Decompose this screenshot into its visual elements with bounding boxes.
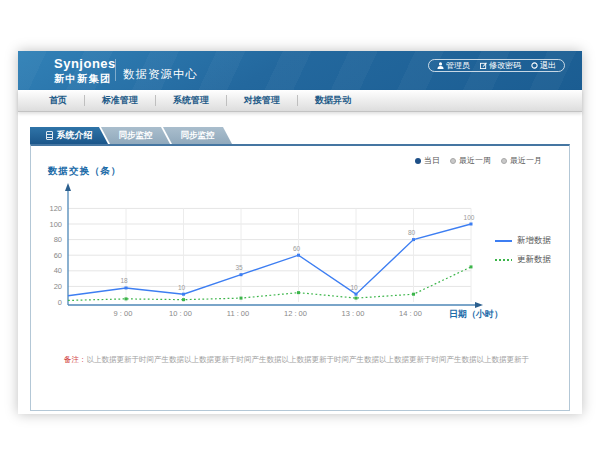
tab-label: 同步监控 [181,130,215,142]
user-name: 管理员 [446,60,470,71]
svg-text:18: 18 [120,277,128,284]
legend-item-2: 更新数据 [495,250,551,269]
svg-text:100: 100 [49,220,62,229]
svg-text:10: 10 [350,284,358,291]
tab-bar: 系统介绍同步监控同步监控 [30,127,225,144]
tab-label: 系统介绍 [57,129,93,142]
footnote-text: 以上数据更新于时间产生数据以上数据更新于时间产生数据以上数据更新于时间产生数据以… [87,355,530,364]
svg-text:80: 80 [54,235,62,244]
svg-text:35: 35 [235,264,243,271]
svg-text:100: 100 [464,214,475,221]
x-axis-title: 日期（小时） [449,308,503,321]
footnote: 备注：以上数据更新于时间产生数据以上数据更新于时间产生数据以上数据更新于时间产生… [64,355,529,365]
svg-text:120: 120 [49,204,62,213]
nav-item-5[interactable]: 数据异动 [298,90,368,111]
nav-item-2[interactable]: 标准管理 [85,90,155,111]
svg-text:13 : 00: 13 : 00 [342,309,365,318]
document-icon [46,131,53,140]
svg-text:60: 60 [293,245,301,252]
legend-swatch [495,259,512,261]
legend-label: 新增数据 [517,235,551,247]
svg-text:11 : 00: 11 : 00 [227,309,249,318]
chart-legend: 新增数据更新数据 [495,231,551,269]
svg-text:10: 10 [178,284,186,291]
tab-3[interactable]: 同步监控 [163,127,232,144]
logout-button[interactable]: 退出 [531,60,556,71]
change-password-button[interactable]: 修改密码 [480,60,521,71]
change-password-label: 修改密码 [489,60,521,71]
footnote-label: 备注： [64,355,87,364]
svg-text:60: 60 [54,251,62,260]
user-icon [437,62,444,69]
nav-item-1[interactable]: 首页 [32,90,84,111]
svg-text:12 : 00: 12 : 00 [284,309,307,318]
svg-text:0: 0 [58,298,62,307]
main-nav: 首页标准管理系统管理对接管理数据异动 [18,90,582,112]
tab-label: 同步监控 [119,130,153,142]
content-panel: 当日最近一周最近一月 数据交换（条） 0204060801001209 : 00… [30,144,570,411]
app-title: 数据资源中心 [123,67,198,82]
svg-text:10 : 00: 10 : 00 [169,309,192,318]
edit-icon [480,62,487,69]
logout-label: 退出 [540,60,556,71]
app-window: Synjones 新中新集团 数据资源中心 管理员 修改密码 退出 首页标准管理… [18,51,582,414]
power-icon [531,62,538,69]
nav-item-4[interactable]: 对接管理 [227,90,297,111]
svg-text:20: 20 [54,282,62,291]
nav-item-3[interactable]: 系统管理 [156,90,226,111]
legend-item-1: 新增数据 [495,231,551,250]
tab-2[interactable]: 同步监控 [101,127,170,144]
tab-1[interactable]: 系统介绍 [30,127,108,144]
svg-text:40: 40 [54,266,62,275]
legend-swatch [495,240,512,242]
legend-label: 更新数据 [517,254,551,266]
svg-text:14 : 00: 14 : 00 [399,309,422,318]
company-logo: Synjones 新中新集团 [54,56,116,86]
user-menu[interactable]: 管理员 [437,60,470,71]
user-toolbar: 管理员 修改密码 退出 [428,59,565,72]
app-header: Synjones 新中新集团 数据资源中心 管理员 修改密码 退出 [18,51,582,90]
svg-text:80: 80 [408,229,416,236]
header-divider [115,59,116,81]
logo-brand: Synjones [54,56,116,71]
svg-text:9 : 00: 9 : 00 [114,309,133,318]
logo-company: 新中新集团 [54,72,116,86]
line-chart: 0204060801001209 : 0010 : 0011 : 0012 : … [31,146,569,411]
